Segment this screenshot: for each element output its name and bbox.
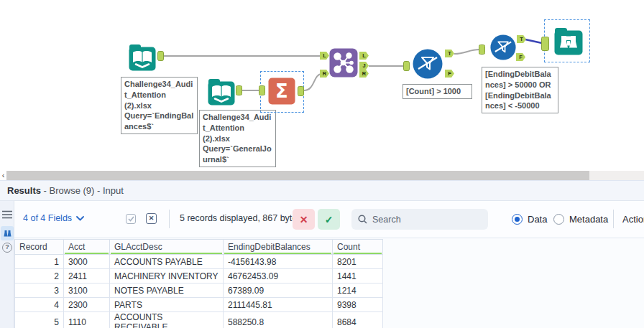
search-input[interactable]	[372, 215, 473, 225]
checkmark-box-icon[interactable]	[126, 214, 136, 224]
column-header-glacctdesc[interactable]: GLAcctDesc	[110, 240, 224, 255]
records-status-text: 5 records displayed, 867 bytes	[180, 213, 302, 223]
actions-menu-label[interactable]: Actions	[622, 214, 644, 225]
table-row[interactable]: 1 3000 ACCOUNTS PAYABLE -4156143.98 8201	[15, 255, 383, 269]
results-panel: Results - Browse (9) - Input ? 4 of 4 Fi…	[0, 180, 644, 328]
toolbar-divider	[169, 210, 170, 228]
results-table: Record Acct GLAcctDesc EndingDebitBalanc…	[14, 239, 383, 328]
input-data-tool-2[interactable]	[207, 78, 236, 109]
connection-summarize-join[interactable]	[304, 74, 321, 90]
chevron-down-icon	[76, 216, 84, 221]
profile-list-icon[interactable]	[2, 210, 12, 219]
results-title: Results	[7, 185, 41, 196]
cell-count: 8684	[333, 312, 383, 328]
scroll-left-arrow-icon[interactable]: ‹	[0, 171, 6, 180]
column-header-endingdebitbalances[interactable]: EndingDebitBalances	[224, 240, 333, 255]
alteryx-designer-window: Challenge34_Audi t_Attention (2).xlsx Qu…	[0, 0, 644, 328]
data-radio[interactable]	[512, 214, 523, 225]
filter2-annotation[interactable]: [EndingDebitBala nces] > 50000 OR [Endin…	[482, 67, 558, 113]
workflow-canvas[interactable]: Challenge34_Audi t_Attention (2).xlsx Qu…	[0, 0, 644, 171]
browse-tool[interactable]	[553, 27, 584, 60]
cell-count: 9398	[333, 298, 383, 312]
toolbar-divider	[613, 210, 614, 228]
table-row[interactable]: 4 2300 PARTS 2111445.81 9398	[15, 298, 383, 312]
filter-funnel-icon	[490, 34, 516, 60]
summarize-output-anchor[interactable]	[298, 86, 304, 96]
cell-record: 1	[15, 255, 64, 269]
column-header-record[interactable]: Record	[15, 240, 64, 255]
cell-acct: 3100	[64, 284, 110, 298]
summarize-tool[interactable]: Σ	[268, 78, 295, 108]
table-row[interactable]: 2 2411 MACHINERY INVENTORY 46762453.09 1…	[15, 269, 383, 284]
cell-record: 3	[15, 284, 64, 298]
cell-endingdebitbalances: -4156143.98	[224, 255, 333, 269]
connection-filter2-browse-selected[interactable]	[525, 39, 542, 43]
binoculars-icon	[3, 230, 12, 238]
cell-record: 2	[15, 269, 64, 284]
cell-count: 1441	[333, 269, 383, 284]
apply-button[interactable]: ✓	[318, 209, 340, 230]
cell-acct: 2411	[64, 269, 110, 284]
summarize-sigma-icon: Σ	[268, 78, 295, 105]
cell-glacctdesc: ACCOUNTS PAYABLE	[110, 255, 224, 269]
input-data-icon	[128, 43, 157, 72]
filter2-input-anchor[interactable]	[479, 44, 485, 55]
column-header-acct[interactable]: Acct	[64, 240, 110, 255]
results-subtitle: - Browse (9) - Input	[41, 185, 124, 196]
browse-results-tab-button[interactable]	[1, 226, 14, 240]
canvas-horizontal-scrollbar[interactable]: ‹	[0, 171, 644, 180]
filter1-annotation[interactable]: [Count] > 1000	[402, 84, 472, 99]
cell-count: 8201	[333, 255, 383, 269]
browse-binoculars-icon	[553, 27, 584, 57]
results-side-rail: ?	[0, 201, 14, 328]
metadata-radio-label[interactable]: Metadata	[569, 214, 608, 225]
table-row[interactable]: 5 1110 ACCOUNTS RECEIVABLE 588250.8 8684	[15, 312, 383, 328]
input1-annotation[interactable]: Challenge34_Audi t_Attention (2).xlsx Qu…	[121, 77, 198, 134]
cell-endingdebitbalances: 67389.09	[224, 284, 333, 298]
table-row[interactable]: 3 3100 NOTES PAYABLE 67389.09 1214	[15, 284, 383, 298]
filter-tool-1[interactable]	[413, 49, 443, 82]
filter1-input-anchor[interactable]	[403, 61, 410, 71]
cell-endingdebitbalances: 588250.8	[224, 312, 333, 328]
filter-tool-2[interactable]	[490, 34, 516, 63]
cell-acct: 3000	[64, 255, 110, 269]
join-network-icon	[329, 48, 358, 78]
column-header-count[interactable]: Count	[333, 240, 383, 255]
data-radio-label[interactable]: Data	[528, 214, 547, 225]
cell-acct: 1110	[64, 312, 110, 328]
cell-acct: 2300	[64, 298, 110, 312]
input2-annotation[interactable]: Challenge34_Audi t_Attention (2).xlsx Qu…	[199, 110, 276, 167]
search-icon	[358, 215, 367, 224]
cell-record: 5	[15, 312, 64, 328]
cell-endingdebitbalances: 46762453.09	[224, 269, 333, 284]
summarize-input-anchor[interactable]	[259, 85, 265, 95]
input-data-icon	[207, 78, 236, 106]
input-data-tool-1[interactable]	[128, 43, 157, 75]
cell-glacctdesc: ACCOUNTS RECEIVABLE	[110, 312, 224, 328]
fields-dropdown-label: 4 of 4 Fields	[23, 213, 72, 223]
cell-endingdebitbalances: 2111445.81	[224, 298, 333, 312]
search-box[interactable]	[351, 209, 488, 230]
scrollbar-thumb[interactable]	[6, 171, 589, 180]
cancel-button[interactable]: ✕	[293, 209, 315, 230]
svg-text:Σ: Σ	[275, 80, 288, 102]
input1-output-anchor[interactable]	[157, 51, 164, 61]
browse-input-anchor[interactable]	[541, 37, 549, 51]
help-icon[interactable]: ?	[2, 243, 12, 253]
metadata-radio[interactable]	[553, 214, 564, 225]
fields-dropdown[interactable]: 4 of 4 Fields	[23, 213, 84, 223]
cell-glacctdesc: MACHINERY INVENTORY	[110, 269, 224, 284]
results-toolbar: 4 of 4 Fields ✕ 5 records displayed, 867…	[14, 201, 644, 238]
connection-filter1-filter2[interactable]	[454, 50, 479, 54]
cell-glacctdesc: PARTS	[110, 298, 224, 312]
cell-glacctdesc: NOTES PAYABLE	[110, 284, 224, 298]
table-header-row: Record Acct GLAcctDesc EndingDebitBalanc…	[15, 240, 383, 255]
input2-output-anchor[interactable]	[236, 85, 242, 95]
cell-count: 1214	[333, 284, 383, 298]
join-tool[interactable]	[329, 48, 358, 80]
cell-record: 4	[15, 298, 64, 312]
filter-funnel-icon	[413, 49, 443, 79]
results-title-bar: Results - Browse (9) - Input	[0, 180, 644, 201]
close-box-icon[interactable]: ✕	[146, 213, 157, 224]
